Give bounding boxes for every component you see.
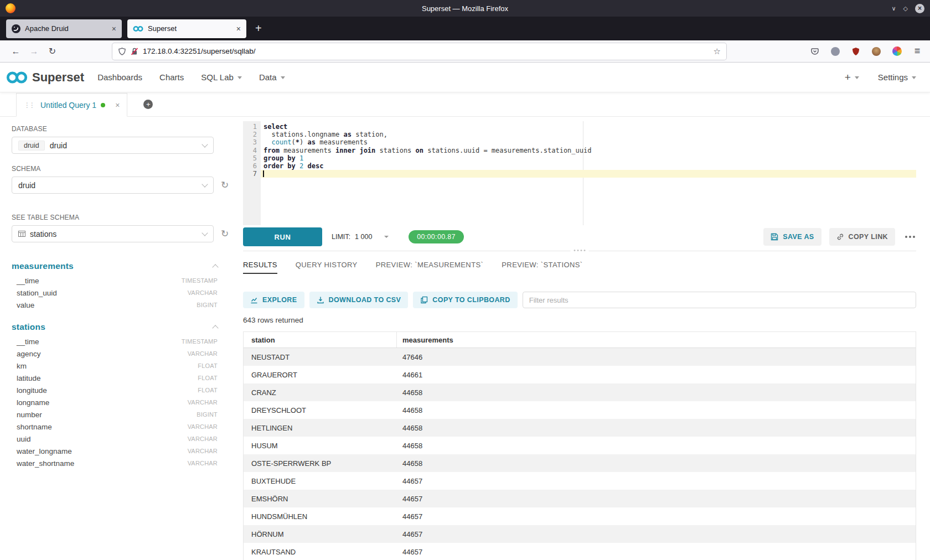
window-close-icon[interactable]: × (915, 4, 924, 13)
url-bar[interactable]: 172.18.0.4:32251/superset/sqllab/ ☆ (112, 43, 726, 60)
code-line[interactable]: order by 2 desc (261, 162, 916, 170)
settings-menu[interactable]: Settings (878, 72, 916, 82)
refresh-table-icon[interactable]: ↻ (221, 228, 229, 240)
database-tag: druid (18, 141, 45, 151)
table-item-measurements[interactable]: measurements (12, 261, 218, 271)
schema-select[interactable]: druid (12, 177, 214, 194)
table-select[interactable]: stations (12, 225, 214, 242)
forward-button[interactable]: → (25, 46, 43, 56)
pocket-icon[interactable] (810, 46, 820, 56)
refresh-schema-icon[interactable]: ↻ (221, 179, 229, 191)
browser-tab-superset[interactable]: Superset × (127, 19, 246, 38)
table-row: HÖRNUM44657 (244, 525, 916, 543)
menu-icon[interactable]: ≡ (912, 46, 922, 56)
download-csv-button[interactable]: DOWNLOAD TO CSV (309, 292, 409, 308)
tab-query-history[interactable]: QUERY HISTORY (296, 261, 358, 274)
table-row: GRAUERORT44661 (244, 366, 916, 383)
column-header-station[interactable]: station (244, 332, 397, 348)
column-type: VARCHAR (188, 435, 218, 442)
new-tab-button[interactable]: + (255, 22, 262, 35)
add-query-tab-button[interactable]: + (143, 100, 153, 109)
nav-data[interactable]: Data (259, 72, 285, 82)
extension-icon[interactable] (830, 46, 840, 56)
cell-measurements: 44658 (397, 442, 916, 450)
table-row: OSTE-SPERRWERK BP44658 (244, 454, 916, 472)
limit-dropdown[interactable]: LIMIT: 1 000 (332, 233, 389, 241)
table-schema-label: SEE TABLE SCHEMA (12, 214, 234, 221)
resize-handle[interactable] (571, 250, 589, 251)
column-type: FLOAT (198, 375, 218, 381)
tab-close-icon[interactable]: × (112, 24, 116, 33)
window-maximize-icon[interactable]: ◇ (903, 6, 908, 12)
extension-icon[interactable] (871, 46, 881, 56)
table-name: stations (12, 322, 45, 332)
cell-measurements: 44657 (397, 495, 916, 503)
code-line[interactable]: group by 1 (261, 154, 916, 162)
chevron-up-icon[interactable] (212, 264, 218, 270)
close-query-tab-icon[interactable]: × (115, 101, 120, 110)
column-type: VARCHAR (188, 423, 218, 430)
column-type: FLOAT (198, 362, 218, 369)
copy-to-clipboard-button[interactable]: COPY TO CLIPBOARD (413, 292, 517, 308)
nav-charts[interactable]: Charts (159, 72, 184, 82)
cell-station: CRANZ (244, 388, 397, 397)
browser-tabbar: Apache Druid × Superset × + (0, 17, 930, 40)
copy-link-button[interactable]: COPY LINK (829, 228, 895, 246)
editor-code[interactable]: select stations.longname as station, cou… (261, 121, 916, 225)
tab-close-icon[interactable]: × (236, 24, 241, 33)
more-options-button[interactable] (904, 233, 916, 241)
cell-station: BUXTEHUDE (244, 477, 397, 485)
app-header: Superset Dashboards Charts SQL Lab Data … (0, 63, 930, 92)
run-button[interactable]: RUN (243, 227, 322, 246)
column-row: kmFLOAT (12, 360, 218, 372)
table-row: CRANZ44658 (244, 383, 916, 401)
adblock-extension-icon[interactable] (851, 46, 861, 56)
tab-results[interactable]: RESULTS (243, 261, 277, 274)
cell-measurements: 44657 (397, 512, 916, 521)
cell-station: HÖRNUM (244, 530, 397, 538)
save-as-button[interactable]: SAVE AS (763, 228, 821, 246)
insecure-lock-icon[interactable] (131, 47, 138, 56)
table-row: HETLINGEN44658 (244, 419, 916, 437)
nav-dashboards[interactable]: Dashboards (97, 72, 142, 82)
column-name: agency (17, 350, 41, 358)
code-line[interactable]: from measurements inner join stations on… (261, 147, 916, 154)
url-text[interactable]: 172.18.0.4:32251/superset/sqllab/ (143, 47, 709, 55)
code-line[interactable] (261, 170, 916, 178)
window-minimize-icon[interactable]: ∨ (891, 6, 896, 12)
column-row: agencyVARCHAR (12, 348, 218, 360)
copy-icon (420, 296, 428, 304)
reload-button[interactable]: ↻ (43, 46, 61, 56)
column-row: __timeTIMESTAMP (12, 274, 218, 287)
code-line[interactable]: select (261, 123, 916, 131)
tab-preview-stations[interactable]: PREVIEW: `STATIONS` (502, 261, 582, 274)
superset-logo[interactable]: Superset (6, 70, 84, 85)
tracking-shield-icon[interactable] (118, 47, 126, 56)
back-button[interactable]: ← (7, 46, 25, 56)
code-line[interactable]: count(*) as measurements (261, 138, 916, 146)
table-item-stations[interactable]: stations (12, 322, 218, 332)
filter-results-input[interactable] (523, 292, 916, 308)
query-tab-label: Untitled Query 1 (40, 101, 96, 110)
drag-handle-icon[interactable]: ⋮⋮ (24, 101, 34, 109)
bookmark-star-icon[interactable]: ☆ (714, 46, 721, 56)
column-header-measurements[interactable]: measurements (397, 332, 916, 348)
nav-sql-lab[interactable]: SQL Lab (201, 72, 242, 82)
sql-editor[interactable]: 1234567 select stations.longname as stat… (243, 121, 916, 225)
browser-tab-apache-druid[interactable]: Apache Druid × (6, 19, 122, 38)
cell-station: HUNDSMÜHLEN (244, 512, 397, 521)
code-line[interactable]: stations.longname as station, (261, 131, 916, 138)
superset-logo-icon (6, 71, 29, 84)
chevron-up-icon[interactable] (212, 325, 218, 331)
download-icon (317, 296, 324, 304)
extension-icon[interactable] (892, 46, 902, 56)
query-tab-untitled-query-1[interactable]: ⋮⋮ Untitled Query 1 × (16, 93, 127, 117)
table-row: BUXTEHUDE44657 (244, 472, 916, 490)
database-select[interactable]: druid druid (12, 137, 214, 154)
explore-button[interactable]: EXPLORE (243, 292, 304, 308)
browser-navbar: ← → ↻ 172.18.0.4:32251/superset/sqllab/ … (0, 40, 930, 63)
new-item-button[interactable]: + (845, 71, 859, 84)
column-name: uuid (17, 435, 31, 443)
table-row: HUSUM44658 (244, 437, 916, 454)
tab-preview-measurements[interactable]: PREVIEW: `MEASUREMENTS` (376, 261, 484, 274)
